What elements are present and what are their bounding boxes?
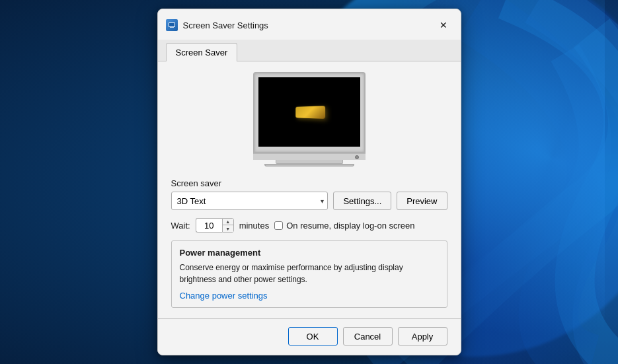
svg-rect-3 [170,27,174,28]
monitor-indicator [355,155,359,159]
dialog-title: Screen Saver Settings [183,20,434,30]
title-bar: Screen Saver Settings ✕ [158,9,461,40]
spinner-down-button[interactable]: ▼ [223,225,233,232]
screensaver-dropdown-wrapper: 3D Text (None) Blank Bubbles Mystify Pho… [171,192,328,210]
screen-saver-settings-dialog: Screen Saver Settings ✕ Screen Saver [157,9,461,355]
apply-button[interactable]: Apply [398,327,447,346]
power-section-title: Power management [180,248,439,258]
logon-label-text: On resume, display log-on screen [286,221,414,231]
monitor-frame [253,72,366,153]
dialog-icon [166,19,178,31]
tabs-bar: Screen Saver [158,40,461,61]
dialog-footer: OK Cancel Apply [158,319,461,355]
svg-rect-2 [169,23,174,26]
preview-button[interactable]: Preview [397,192,447,210]
cancel-button[interactable]: Cancel [343,327,393,346]
wait-label: Wait: [171,221,190,231]
logon-checkbox[interactable] [274,221,283,230]
screensaver-label: Screen saver [171,178,447,188]
change-power-settings-link[interactable]: Change power settings [180,291,268,301]
screensaver-dropdown[interactable]: 3D Text (None) Blank Bubbles Mystify Pho… [171,192,328,210]
wait-spinner: ▲ ▼ [196,218,234,233]
monitor-preview [253,72,366,166]
wait-row: Wait: ▲ ▼ minutes On resume, display log… [171,218,447,233]
dialog-content: Screen saver 3D Text (None) Blank Bubble… [158,61,461,318]
spinner-buttons: ▲ ▼ [222,218,234,233]
tab-screen-saver[interactable]: Screen Saver [166,43,238,61]
monitor-screen [258,77,360,147]
logon-checkbox-label[interactable]: On resume, display log-on screen [274,221,414,231]
spinner-up-button[interactable]: ▲ [223,219,233,225]
minutes-label: minutes [239,221,270,231]
preview-area [171,72,447,166]
monitor-base [253,153,366,160]
settings-button[interactable]: Settings... [333,192,391,210]
screensaver-row: 3D Text (None) Blank Bubbles Mystify Pho… [171,192,447,210]
wait-input[interactable] [196,218,222,233]
screensaver-field-group: Screen saver 3D Text (None) Blank Bubble… [171,178,447,210]
monitor-foot [264,164,354,166]
power-management-section: Power management Conserve energy or maxi… [171,240,447,308]
ok-button[interactable]: OK [288,327,338,346]
power-section-description: Conserve energy or maximise performance … [180,262,439,285]
screensaver-object [295,106,325,119]
close-button[interactable]: ✕ [434,16,453,34]
